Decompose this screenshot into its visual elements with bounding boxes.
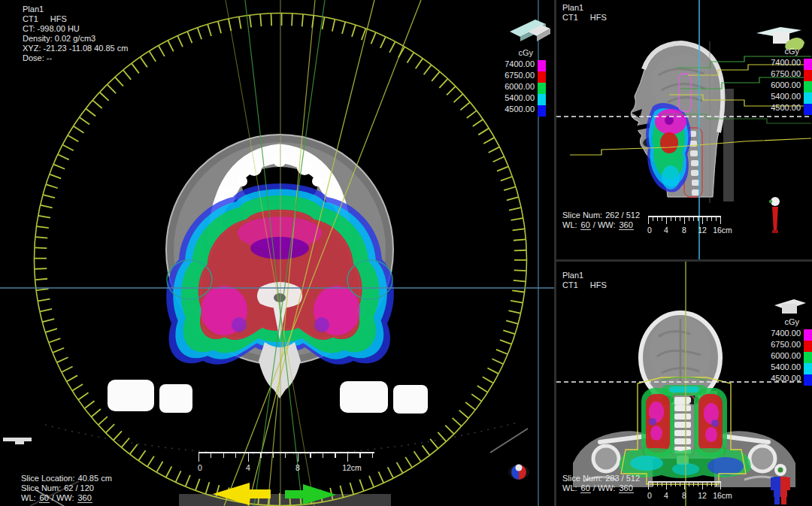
ct-value-readout: CT: -998.00 HU [23, 24, 128, 34]
dental-artifact [237, 176, 247, 186]
patient-orientation: HFS [50, 14, 67, 23]
ww-value-field[interactable]: 360 [619, 483, 634, 493]
patient-orientation: HFS [590, 280, 607, 289]
dose-legend-unit: cGy [487, 47, 546, 59]
sagittal-scale-ruler: 0 4 8 12 16cm [648, 216, 721, 235]
ruler-ticks [648, 481, 721, 489]
series-id: CT1 [23, 14, 38, 23]
ruler-ticks [648, 216, 721, 224]
tps-workspace: Plan1 CT1HFS CT: -998.00 HU Density: 0.0… [0, 0, 812, 506]
axial-slice-block: Slice Location:40.85 cm Slice Num:62 / 1… [21, 473, 112, 502]
dose-level: 6000.00 [756, 80, 801, 91]
axial-ct-scene [0, 0, 554, 506]
patient-orientation-marker-sagittal-icon [765, 194, 788, 235]
dose-level: 6000.00 [489, 81, 535, 92]
axial-scale-ruler: 0 4 8 12cm [198, 452, 374, 473]
dose-colorbar [804, 329, 812, 386]
couch-top-icon [773, 290, 809, 317]
dose-level: 4500.00 [756, 102, 801, 114]
ruler-label: 12 [698, 491, 707, 500]
dose-level: 5400.00 [756, 91, 801, 102]
window-level: WL:60/WW:360 [562, 483, 640, 492]
wl-value-field[interactable]: 60 [39, 493, 50, 503]
coronal-readout-block: Plan1 CT1HFS [562, 271, 607, 290]
dose-level: 4500.00 [489, 104, 535, 115]
density-readout: Density: 0.02 g/cm3 [23, 34, 128, 44]
wl-value-field[interactable]: 60 [580, 220, 591, 230]
wl-value-field[interactable]: 60 [580, 483, 591, 493]
panel-divider-horizontal [554, 259, 812, 262]
ruler-ticks [198, 452, 374, 462]
dose-level: 7400.00 [489, 59, 535, 70]
patient-orientation-marker-coronal-icon [767, 462, 800, 505]
couch-bracket [108, 380, 154, 411]
sagittal-view-panel[interactable]: Plan1 CT1HFS cGy 7400.00 6750.00 6000.00… [556, 0, 812, 259]
dose-level: 7400.00 [756, 328, 801, 339]
lower-vertebra-bone [259, 342, 301, 398]
ruler-label: 16cm [713, 226, 732, 235]
ruler-label: 12cm [342, 463, 362, 472]
ruler-label: 0 [647, 491, 652, 500]
ruler-label: 4 [664, 491, 668, 500]
ww-value-field[interactable]: 360 [77, 493, 92, 503]
coronal-scale-ruler: 0 4 8 12 16cm [648, 481, 721, 501]
humeral-head-left [593, 446, 619, 471]
scanner-housing-line [490, 429, 528, 453]
couch-bracket [340, 381, 388, 413]
dose-level: 4500.00 [756, 373, 801, 384]
series-id: CT1 [562, 280, 578, 289]
slice-number: Slice Num:262 / 512 [562, 210, 640, 220]
slice-location: Slice Location:40.85 cm [21, 473, 112, 483]
dose-level: 5400.00 [489, 92, 535, 104]
ruler-label: 4 [246, 463, 250, 472]
couch-bracket [159, 384, 192, 413]
coronal-slice-block: Slice Num:283 / 512 WL:60/WW:360 [562, 473, 640, 492]
series-orientation: CT1HFS [23, 14, 128, 24]
dose-level: 5400.00 [756, 362, 801, 373]
dose-legend: cGy 7400.00 6750.00 6000.00 5400.00 4500… [487, 47, 546, 117]
patient-orientation-marker-axial-icon [504, 459, 534, 484]
plan-name: Plan1 [562, 3, 607, 13]
ruler-label: 16cm [713, 491, 732, 500]
axial-readout-block: Plan1 CT1HFS CT: -998.00 HU Density: 0.0… [23, 5, 128, 63]
series-orientation: CT1HFS [562, 280, 607, 290]
slice-number: Slice Num:283 / 512 [562, 473, 640, 483]
dose-level: 6750.00 [756, 68, 801, 80]
patient-orientation: HFS [590, 13, 607, 22]
dental-artifact [273, 153, 286, 167]
dose-colorbar [538, 60, 546, 117]
series-orientation: CT1HFS [562, 13, 607, 23]
dose-legend: cGy 7400.00 6750.00 6000.00 5400.00 4500… [753, 316, 812, 386]
ruler-label: 8 [295, 463, 300, 472]
dose-legend-unit: cGy [753, 316, 812, 328]
dose-level: 6000.00 [756, 350, 801, 362]
dose-level: 6750.00 [489, 70, 535, 81]
couch-3d-icon [508, 12, 552, 44]
couch-edge-mark [15, 441, 24, 444]
ruler-label: 0 [647, 226, 652, 235]
dental-artifact [312, 176, 323, 186]
couch-edge-mark [3, 438, 32, 441]
panel-divider-vertical [554, 0, 556, 506]
dose-readout: Dose: -- [23, 53, 128, 63]
axial-view-panel[interactable]: Plan1 CT1HFS CT: -998.00 HU Density: 0.0… [0, 0, 554, 506]
xyz-readout: XYZ: -21.23 -11.08 40.85 cm [23, 44, 128, 53]
dose-level: 6750.00 [756, 339, 801, 350]
ruler-label: 8 [682, 491, 686, 500]
ruler-label: 12 [698, 226, 707, 235]
dose-legend: cGy 7400.00 6750.00 6000.00 5400.00 4500… [753, 45, 812, 115]
window-level: WL:60/WW:360 [562, 220, 640, 229]
plan-name: Plan1 [23, 5, 128, 14]
ruler-label: 4 [664, 226, 668, 235]
coronal-view-panel[interactable]: Plan1 CT1HFS cGy 7400.00 6750.00 6000.00… [556, 262, 812, 506]
ruler-label: 0 [198, 463, 202, 472]
sagittal-slice-block: Slice Num:262 / 512 WL:60/WW:360 [562, 210, 640, 229]
slice-number: Slice Num:62 / 120 [21, 483, 112, 492]
series-id: CT1 [562, 13, 578, 22]
dose-level: 7400.00 [756, 57, 801, 68]
sagittal-readout-block: Plan1 CT1HFS [562, 3, 607, 23]
ruler-label: 8 [682, 226, 686, 235]
ww-value-field[interactable]: 360 [619, 220, 634, 230]
window-level: WL:60/WW:360 [21, 492, 112, 502]
plan-name: Plan1 [562, 271, 607, 280]
